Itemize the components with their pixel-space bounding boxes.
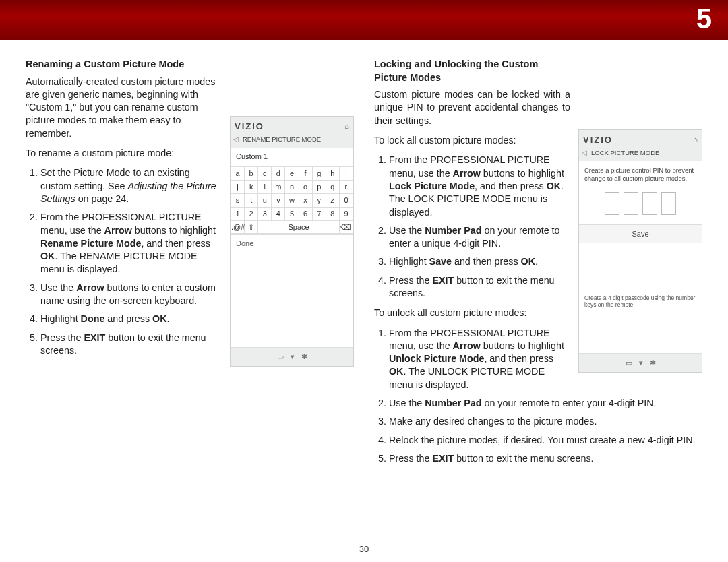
pin-footer-note: Create a 4 digit passcode using the numb… — [579, 290, 702, 312]
key[interactable]: t — [245, 193, 258, 207]
page-number: 30 — [0, 544, 728, 554]
pin-digit[interactable] — [661, 192, 676, 215]
left-heading: Renaming a Custom Picture Mode — [26, 58, 354, 71]
key[interactable]: s — [231, 193, 245, 207]
key[interactable]: k — [245, 181, 258, 194]
key[interactable]: d — [272, 167, 285, 181]
key[interactable]: 3 — [258, 207, 272, 220]
cc-icon[interactable]: ▾ — [291, 352, 295, 362]
key-space[interactable]: Space — [258, 220, 340, 234]
vizio-logo: VIZIO — [583, 134, 613, 146]
key[interactable]: n — [285, 181, 299, 194]
key[interactable]: 0 — [339, 193, 353, 207]
key[interactable]: y — [312, 193, 326, 207]
right-intro: Custom picture modes can be locked with … — [374, 88, 702, 127]
settings-icon[interactable]: ✱ — [650, 358, 656, 368]
rename-panel: VIZIO ⌂ ◁ RENAME PICTURE MODE Custom 1_ … — [230, 116, 354, 367]
lock-desc: Create a picture control PIN to prevent … — [579, 161, 702, 185]
lock-panel: VIZIO ⌂ ◁ LOCK PICTURE MODE Create a pic… — [578, 129, 702, 373]
pin-digit[interactable] — [642, 192, 657, 215]
key[interactable]: u — [258, 193, 272, 207]
pin-row — [579, 185, 702, 224]
key[interactable]: 6 — [299, 207, 312, 220]
panel-title: RENAME PICTURE MODE — [243, 135, 321, 144]
step: Make any desired changes to the picture … — [389, 415, 702, 428]
step: Relock the picture modes, if desired. Yo… — [389, 434, 702, 447]
rename-field[interactable]: Custom 1_ — [231, 148, 353, 166]
left-column: VIZIO ⌂ ◁ RENAME PICTURE MODE Custom 1_ … — [26, 58, 354, 472]
key[interactable]: a — [231, 167, 245, 181]
vizio-logo: VIZIO — [235, 121, 264, 133]
key[interactable]: r — [339, 181, 353, 194]
wide-icon[interactable]: ▭ — [626, 358, 632, 368]
pin-digit[interactable] — [605, 192, 619, 215]
key[interactable]: 9 — [339, 207, 353, 220]
key[interactable]: 7 — [312, 207, 326, 220]
step: Use the Number Pad on your remote to ent… — [389, 397, 702, 410]
content: VIZIO ⌂ ◁ RENAME PICTURE MODE Custom 1_ … — [0, 40, 728, 472]
key[interactable]: b — [245, 167, 258, 181]
key-backspace[interactable]: ⌫ — [339, 220, 353, 234]
header-band: 5 — [0, 0, 728, 40]
key-symbols[interactable]: .@# — [231, 220, 245, 234]
key[interactable]: w — [285, 193, 299, 207]
cc-icon[interactable]: ▾ — [639, 358, 643, 368]
key[interactable]: l — [258, 181, 272, 194]
done-row[interactable]: Done — [231, 234, 353, 253]
key[interactable]: 2 — [245, 207, 258, 220]
save-button[interactable]: Save — [579, 224, 702, 243]
key[interactable]: j — [231, 181, 245, 194]
onscreen-keyboard[interactable]: a b c d e f g h i j k l m — [231, 166, 353, 234]
key[interactable]: x — [299, 193, 312, 207]
home-icon[interactable]: ⌂ — [693, 135, 698, 145]
chapter-number: 5 — [696, 3, 712, 35]
key[interactable]: z — [326, 193, 339, 207]
panel-title: LOCK PICTURE MODE — [591, 149, 659, 158]
key-shift[interactable]: ⇧ — [245, 220, 258, 234]
settings-icon[interactable]: ✱ — [301, 352, 307, 362]
key[interactable]: f — [299, 167, 312, 181]
right-heading: Locking and Unlocking the Custom Picture… — [374, 58, 702, 84]
key[interactable]: p — [312, 181, 326, 194]
back-icon[interactable]: ◁ — [582, 149, 587, 158]
key[interactable]: v — [272, 193, 285, 207]
step: Press the EXIT button to exit the menu s… — [389, 452, 702, 465]
key[interactable]: e — [285, 167, 299, 181]
key[interactable]: 1 — [231, 207, 245, 220]
key[interactable]: o — [299, 181, 312, 194]
key[interactable]: h — [326, 167, 339, 181]
right-column: VIZIO ⌂ ◁ LOCK PICTURE MODE Create a pic… — [374, 58, 702, 472]
wide-icon[interactable]: ▭ — [277, 352, 284, 362]
key[interactable]: g — [312, 167, 326, 181]
key[interactable]: i — [339, 167, 353, 181]
key[interactable]: q — [326, 181, 339, 194]
key[interactable]: m — [272, 181, 285, 194]
key[interactable]: c — [258, 167, 272, 181]
key[interactable]: 5 — [285, 207, 299, 220]
back-icon[interactable]: ◁ — [233, 135, 239, 144]
home-icon[interactable]: ⌂ — [344, 121, 349, 131]
key[interactable]: 4 — [272, 207, 285, 220]
key[interactable]: 8 — [326, 207, 339, 220]
pin-digit[interactable] — [624, 192, 638, 215]
